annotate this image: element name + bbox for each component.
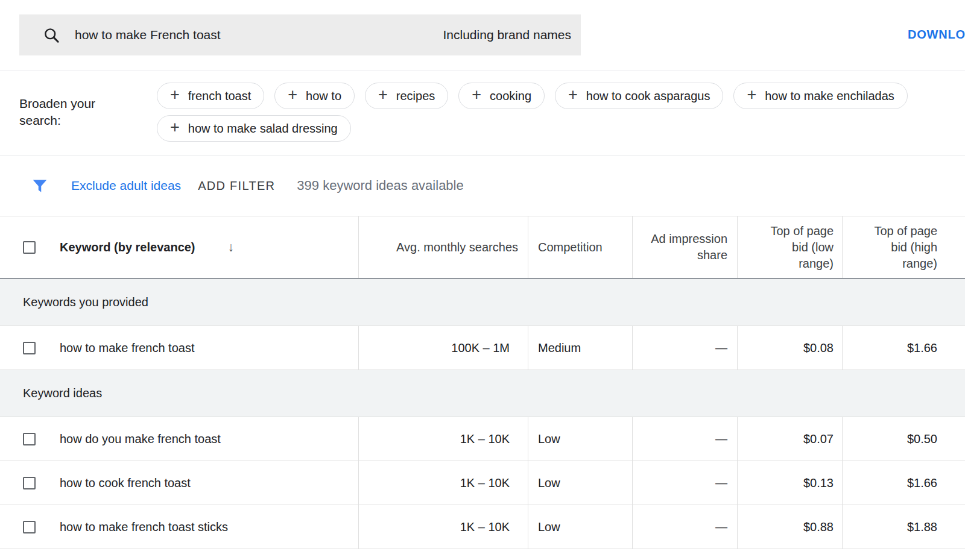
bid-low-cell: $0.07 xyxy=(737,417,842,461)
keyword-text: how to make french toast xyxy=(60,341,194,355)
filter-funnel-icon[interactable] xyxy=(31,178,48,194)
chip-label: how to make enchiladas xyxy=(765,89,894,103)
searches-cell: 100K – 1M xyxy=(358,326,528,370)
keyword-text: how to cook french toast xyxy=(60,476,191,490)
keyword-cell: how do you make french toast xyxy=(0,417,358,461)
chip-how-to-make-enchiladas[interactable]: + how to make enchiladas xyxy=(733,83,907,109)
keyword-column-header[interactable]: Keyword (by relevance) xyxy=(60,241,195,254)
competition-cell: Medium xyxy=(528,326,632,370)
broaden-search-label: Broaden your search: xyxy=(19,95,122,129)
plus-icon: + xyxy=(170,119,180,136)
plus-icon: + xyxy=(378,87,388,103)
header-top-bid-high-cell[interactable]: Top of page bid (high range) xyxy=(842,216,965,278)
keyword-cell: how to make french toast sticks xyxy=(0,505,358,549)
keyword-ideas-count: 399 keyword ideas available xyxy=(297,178,463,193)
ad-share-cell: — xyxy=(632,505,737,549)
broaden-chips: + french toast + how to + recipes + cook… xyxy=(157,83,965,142)
chip-label: how to make salad dressing xyxy=(188,122,338,136)
table-row[interactable]: how to cook french toast 1K – 10K Low — … xyxy=(0,461,965,505)
search-input[interactable]: how to make French toast xyxy=(75,28,221,42)
chip-label: cooking xyxy=(490,89,531,103)
chip-label: french toast xyxy=(188,89,252,103)
section-label: Keywords you provided xyxy=(23,295,148,309)
exclude-adult-ideas-link[interactable]: Exclude adult ideas xyxy=(71,178,181,193)
bid-low-cell: $0.88 xyxy=(737,505,842,549)
chip-how-to[interactable]: + how to xyxy=(274,83,355,109)
chip-how-to-cook-asparagus[interactable]: + how to cook asparagus xyxy=(555,83,723,109)
keyword-cell: how to make french toast xyxy=(0,326,358,370)
keyword-planner-page: how to make French toast Including brand… xyxy=(0,0,965,549)
filter-bar: Exclude adult ideas ADD FILTER 399 keywo… xyxy=(0,156,965,216)
searches-cell: 1K – 10K xyxy=(358,417,528,461)
bid-low-cell: $0.08 xyxy=(737,326,842,370)
ad-share-cell: — xyxy=(632,326,737,370)
chip-french-toast[interactable]: + french toast xyxy=(157,83,264,109)
bid-high-cell: $1.88 xyxy=(842,505,965,549)
keyword-search-bar[interactable]: how to make French toast Including brand… xyxy=(19,14,581,55)
ad-share-cell: — xyxy=(632,417,737,461)
header-competition-cell[interactable]: Competition xyxy=(528,216,632,278)
keyword-table: Keyword (by relevance) ↓ Avg. monthly se… xyxy=(0,216,965,549)
plus-icon: + xyxy=(288,87,297,103)
chip-recipes[interactable]: + recipes xyxy=(365,83,448,109)
select-all-checkbox[interactable] xyxy=(23,241,36,254)
plus-icon: + xyxy=(472,87,481,103)
bid-low-cell: $0.13 xyxy=(737,461,842,505)
search-icon xyxy=(43,27,60,43)
header-ad-impression-share-cell[interactable]: Ad impression share xyxy=(632,216,737,278)
brand-names-toggle[interactable]: Including brand names xyxy=(443,28,571,42)
header-searches-cell[interactable]: Avg. monthly searches xyxy=(358,216,528,278)
header-keyword-cell: Keyword (by relevance) ↓ xyxy=(0,216,358,278)
top-bar: how to make French toast Including brand… xyxy=(0,0,965,71)
chips-row-1: + french toast + how to + recipes + cook… xyxy=(157,83,965,109)
table-row[interactable]: how to make french toast sticks 1K – 10K… xyxy=(0,505,965,549)
download-button[interactable]: DOWNLOAD xyxy=(908,28,965,42)
section-keyword-ideas: Keyword ideas xyxy=(0,370,965,417)
chip-cooking[interactable]: + cooking xyxy=(458,83,545,109)
row-checkbox[interactable] xyxy=(23,521,36,533)
bid-high-cell: $1.66 xyxy=(842,461,965,505)
ad-share-cell: — xyxy=(632,461,737,505)
chip-label: recipes xyxy=(396,89,435,103)
table-row[interactable]: how to make french toast 100K – 1M Mediu… xyxy=(0,326,965,370)
section-keywords-you-provided: Keywords you provided xyxy=(0,279,965,326)
sort-descending-icon[interactable]: ↓ xyxy=(228,240,235,254)
row-checkbox[interactable] xyxy=(23,433,36,445)
add-filter-button[interactable]: ADD FILTER xyxy=(198,179,275,193)
plus-icon: + xyxy=(170,87,180,103)
keyword-text: how to make french toast sticks xyxy=(60,520,228,534)
searches-cell: 1K – 10K xyxy=(358,505,528,549)
keyword-cell: how to cook french toast xyxy=(0,461,358,505)
section-label: Keyword ideas xyxy=(23,386,102,400)
competition-cell: Low xyxy=(528,417,632,461)
table-header-row: Keyword (by relevance) ↓ Avg. monthly se… xyxy=(0,216,965,279)
chips-row-2: + how to make salad dressing xyxy=(157,115,965,142)
bid-high-cell: $0.50 xyxy=(842,417,965,461)
plus-icon: + xyxy=(747,87,756,103)
competition-cell: Low xyxy=(528,461,632,505)
chip-label: how to xyxy=(306,89,341,103)
row-checkbox[interactable] xyxy=(23,477,36,489)
table-row[interactable]: how do you make french toast 1K – 10K Lo… xyxy=(0,417,965,461)
header-top-bid-low-cell[interactable]: Top of page bid (low range) xyxy=(737,216,842,278)
searches-cell: 1K – 10K xyxy=(358,461,528,505)
chip-how-to-make-salad-dressing[interactable]: + how to make salad dressing xyxy=(157,115,351,142)
row-checkbox[interactable] xyxy=(23,342,36,354)
broaden-search-section: Broaden your search: + french toast + ho… xyxy=(0,71,965,156)
plus-icon: + xyxy=(568,87,578,103)
competition-cell: Low xyxy=(528,505,632,549)
keyword-text: how do you make french toast xyxy=(60,432,221,446)
bid-high-cell: $1.66 xyxy=(842,326,965,370)
chip-label: how to cook asparagus xyxy=(586,89,710,103)
